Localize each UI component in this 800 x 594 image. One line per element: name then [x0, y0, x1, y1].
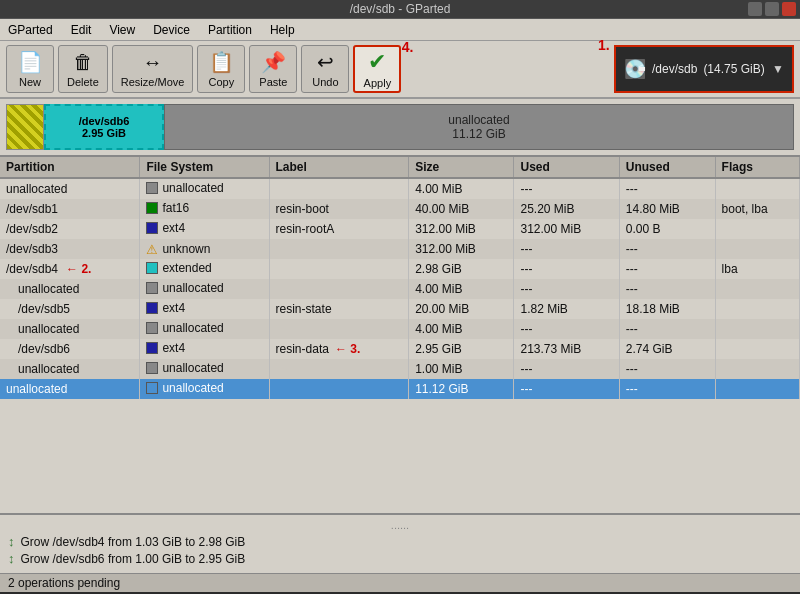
- menu-help[interactable]: Help: [266, 23, 299, 37]
- fs-color-badge: [146, 322, 158, 334]
- table-row[interactable]: /dev/sdb2ext4resin-rootA312.00 MiB312.00…: [0, 219, 800, 239]
- cell-partition: /dev/sdb6: [0, 339, 140, 359]
- cell-filesystem: extended: [140, 259, 269, 279]
- delete-button[interactable]: 🗑 Delete: [58, 45, 108, 93]
- cell-size: 312.00 MiB: [409, 239, 514, 259]
- cell-unused: 18.18 MiB: [619, 299, 715, 319]
- fs-text: extended: [162, 261, 211, 275]
- paste-icon: 📌: [261, 50, 286, 74]
- table-row[interactable]: /dev/sdb5ext4resin-state20.00 MiB1.82 Mi…: [0, 299, 800, 319]
- annotation-4: 4.: [402, 39, 414, 55]
- undo-icon: ↩: [317, 50, 334, 74]
- cell-filesystem: ext4: [140, 299, 269, 319]
- ops-icon-2: ↕: [8, 551, 15, 566]
- ops-icon-1: ↕: [8, 534, 15, 549]
- cell-used: ---: [514, 178, 619, 199]
- fs-color-badge: [146, 202, 158, 214]
- cell-flags: [715, 178, 799, 199]
- copy-button[interactable]: 📋 Copy: [197, 45, 245, 93]
- table-row[interactable]: /dev/sdb1fat16resin-boot40.00 MiB25.20 M…: [0, 199, 800, 219]
- cell-flags: [715, 319, 799, 339]
- paste-button[interactable]: 📌 Paste: [249, 45, 297, 93]
- cell-flags: lba: [715, 259, 799, 279]
- cell-filesystem: unallocated: [140, 178, 269, 199]
- cell-used: ---: [514, 279, 619, 299]
- col-filesystem: File System: [140, 157, 269, 178]
- cell-used: 1.82 MiB: [514, 299, 619, 319]
- menu-device[interactable]: Device: [149, 23, 194, 37]
- cell-partition: /dev/sdb4← 2.: [0, 259, 140, 279]
- annotation-2: ← 2.: [66, 262, 91, 276]
- cell-flags: [715, 339, 799, 359]
- menu-gparted[interactable]: GParted: [4, 23, 57, 37]
- cell-size: 40.00 MiB: [409, 199, 514, 219]
- annotation-3: ← 3.: [335, 342, 360, 356]
- title-bar: /dev/sdb - GParted: [0, 0, 800, 19]
- fs-text: ext4: [162, 221, 185, 235]
- cell-partition: /dev/sdb3: [0, 239, 140, 259]
- table-row[interactable]: unallocatedunallocated4.00 MiB------: [0, 178, 800, 199]
- cell-flags: [715, 299, 799, 319]
- cell-filesystem: unallocated: [140, 319, 269, 339]
- table-row[interactable]: unallocatedunallocated4.00 MiB------: [0, 279, 800, 299]
- cell-size: 312.00 MiB: [409, 219, 514, 239]
- minimize-button[interactable]: [748, 2, 762, 16]
- cell-size: 2.95 GiB: [409, 339, 514, 359]
- cell-used: ---: [514, 359, 619, 379]
- new-label: New: [19, 76, 41, 88]
- menu-view[interactable]: View: [105, 23, 139, 37]
- table-row[interactable]: unallocatedunallocated4.00 MiB------: [0, 319, 800, 339]
- cell-label: [269, 239, 409, 259]
- close-button[interactable]: [782, 2, 796, 16]
- cell-filesystem: ⚠unknown: [140, 239, 269, 259]
- cell-flags: [715, 239, 799, 259]
- fs-color-badge: [146, 302, 158, 314]
- device-selector[interactable]: 💽 /dev/sdb (14.75 GiB) ▼ 1.: [614, 45, 794, 93]
- col-size: Size: [409, 157, 514, 178]
- cell-size: 20.00 MiB: [409, 299, 514, 319]
- disk-sdb6-block[interactable]: /dev/sdb6 2.95 GiB: [44, 104, 164, 150]
- maximize-button[interactable]: [765, 2, 779, 16]
- cell-flags: boot, lba: [715, 199, 799, 219]
- cell-filesystem: fat16: [140, 199, 269, 219]
- sdb6-label: /dev/sdb6: [79, 115, 130, 127]
- window-controls[interactable]: [748, 2, 796, 16]
- delete-label: Delete: [67, 76, 99, 88]
- fs-text: unallocated: [162, 281, 223, 295]
- new-button[interactable]: 📄 New: [6, 45, 54, 93]
- sdb6-size: 2.95 GiB: [82, 127, 126, 139]
- ops-separator: ......: [8, 519, 792, 531]
- table-row[interactable]: /dev/sdb4← 2.extended2.98 GiB------lba: [0, 259, 800, 279]
- fs-text: unallocated: [162, 361, 223, 375]
- cell-size: 1.00 MiB: [409, 359, 514, 379]
- cell-unused: 0.00 B: [619, 219, 715, 239]
- resize-move-button[interactable]: ↔ Resize/Move: [112, 45, 194, 93]
- col-partition: Partition: [0, 157, 140, 178]
- cell-label: resin-data← 3.: [269, 339, 409, 359]
- table-row[interactable]: unallocatedunallocated1.00 MiB------: [0, 359, 800, 379]
- table-row[interactable]: /dev/sdb3⚠unknown312.00 MiB------: [0, 239, 800, 259]
- fs-color-badge: [146, 362, 158, 374]
- cell-unused: ---: [619, 379, 715, 399]
- cell-size: 2.98 GiB: [409, 259, 514, 279]
- col-label: Label: [269, 157, 409, 178]
- menu-edit[interactable]: Edit: [67, 23, 96, 37]
- table-row[interactable]: /dev/sdb6ext4resin-data← 3.2.95 GiB213.7…: [0, 339, 800, 359]
- cell-filesystem: unallocated: [140, 359, 269, 379]
- ops-entry-2: ↕ Grow /dev/sdb6 from 1.00 GiB to 2.95 G…: [8, 550, 792, 567]
- unalloc-size: 11.12 GiB: [452, 127, 505, 141]
- resize-label: Resize/Move: [121, 76, 185, 88]
- disk-icon: 💽: [624, 58, 646, 80]
- copy-icon: 📋: [209, 50, 234, 74]
- table-row[interactable]: unallocatedunallocated11.12 GiB------: [0, 379, 800, 399]
- cell-label: [269, 259, 409, 279]
- menu-partition[interactable]: Partition: [204, 23, 256, 37]
- cell-unused: 14.80 MiB: [619, 199, 715, 219]
- disk-unalloc-block[interactable]: unallocated 11.12 GiB: [164, 104, 794, 150]
- delete-icon: 🗑: [73, 51, 93, 74]
- fs-color-badge: [146, 222, 158, 234]
- cell-label: [269, 379, 409, 399]
- undo-button[interactable]: ↩ Undo: [301, 45, 349, 93]
- apply-button[interactable]: ✔ Apply 4.: [353, 45, 401, 93]
- window-title: /dev/sdb - GParted: [350, 2, 451, 16]
